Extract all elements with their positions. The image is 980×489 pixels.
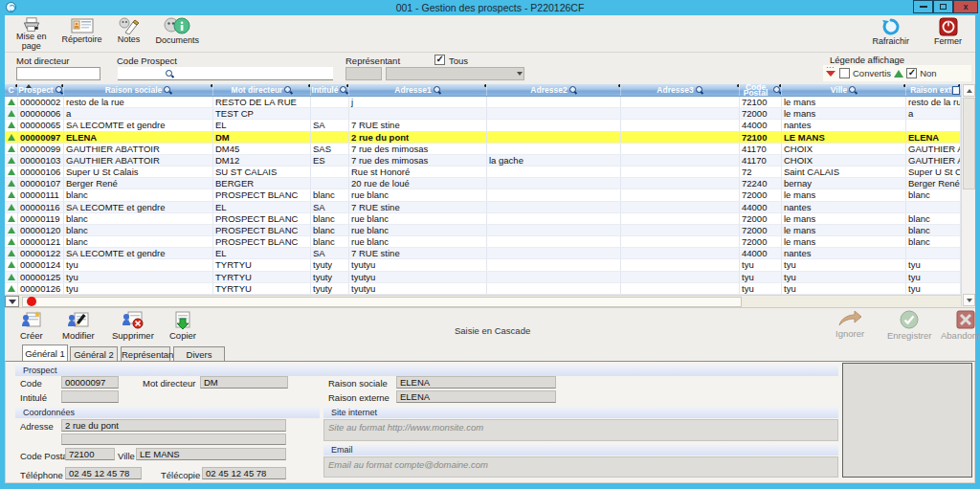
mot-directeur-filter-input[interactable]	[16, 67, 100, 80]
site-internet-field[interactable]	[323, 419, 838, 441]
table-row[interactable]: 00000124tyuTYRTYUtyutytyutyutyutyutyu	[5, 259, 961, 271]
ville-field[interactable]	[136, 448, 286, 460]
code-field[interactable]	[61, 376, 119, 389]
table-row[interactable]: 00000065SA LECOMTE et gendreELSA7 RUE st…	[5, 120, 961, 131]
rafraichir-button[interactable]: Rafraichir	[868, 15, 913, 52]
vertical-scroll-thumb[interactable]	[963, 98, 975, 189]
search-column-icon[interactable]	[569, 86, 577, 94]
column-header-adresse3[interactable]: Adresse3	[621, 84, 740, 96]
raison-externe-field[interactable]	[396, 390, 556, 403]
table-row[interactable]: 00000107Berger RenéBERGER20 rue de loué7…	[5, 178, 961, 189]
window-title: 001 - Gestion des prospects - P220126CF	[0, 2, 980, 13]
documents-button[interactable]: Documents	[152, 15, 204, 52]
enregistrer-button[interactable]: Enregistrer	[887, 310, 931, 341]
column-header-code-postal[interactable]: Code Postal	[740, 84, 782, 96]
scroll-down-button[interactable]	[963, 294, 975, 306]
raison-sociale-field[interactable]	[396, 376, 556, 389]
copier-button[interactable]: Copier	[169, 310, 196, 341]
search-column-icon[interactable]	[340, 86, 347, 94]
representant-code-field[interactable]	[345, 67, 382, 80]
abandonner-button[interactable]: Abandonner	[941, 310, 980, 341]
column-header-raison-sociale[interactable]: Raison sociale	[64, 84, 213, 96]
column-header-intitul[interactable]: Intitulé	[311, 84, 349, 96]
power-close-icon	[939, 17, 958, 36]
search-column-icon[interactable]	[696, 86, 703, 94]
delete-icon	[122, 310, 145, 329]
vertical-scrollbar[interactable]	[961, 84, 975, 306]
search-column-icon[interactable]	[284, 86, 292, 94]
email-field[interactable]	[323, 456, 838, 478]
modifier-button[interactable]: Modifier	[62, 310, 95, 341]
code-postal-field[interactable]	[65, 448, 115, 460]
fermer-button[interactable]: Fermer	[930, 15, 966, 52]
horizontal-scroll-thumb[interactable]	[22, 297, 742, 307]
table-row[interactable]: 00000006aTEST CP72000le mansa	[5, 108, 961, 120]
table-row[interactable]: 00000099GAUTHIER ABATTOIRDM45SAS7 rue de…	[5, 144, 961, 155]
creer-button[interactable]: Créer	[20, 310, 43, 341]
printer-icon	[21, 17, 42, 32]
table-row[interactable]: 00000121blancPROSPECT BLANCblancrue blan…	[5, 236, 961, 248]
prospect-status-icon	[8, 274, 15, 280]
column-header-ville[interactable]: Ville	[782, 84, 906, 96]
non-checkbox[interactable]	[906, 68, 917, 78]
table-row[interactable]: 00000120blancPROSPECT BLANCblancrue blan…	[5, 225, 961, 236]
telephone-field[interactable]	[65, 467, 142, 479]
prospect-status-icon	[8, 285, 15, 292]
column-header-mot-directeur[interactable]: Mot directeur	[213, 84, 311, 96]
column-header-prospect[interactable]: Prospect	[18, 84, 64, 96]
search-column-icon[interactable]	[849, 86, 857, 94]
legend-strip: Convertis Non	[823, 65, 971, 81]
tab-general-1[interactable]: Général 1	[22, 345, 68, 361]
prospect-status-icon	[8, 261, 15, 268]
table-row[interactable]: 00000111blancPROSPECT BLANCblancrue blan…	[5, 189, 961, 201]
table-filter-button[interactable]	[5, 296, 19, 307]
scroll-up-button[interactable]	[963, 84, 975, 97]
column-header-adresse2[interactable]: Adresse2	[487, 84, 621, 96]
table-row[interactable]: 00000116SA LECOMTE et gendreELSA7 RUE st…	[5, 202, 961, 213]
table-row[interactable]: 00000002resto de la rueRESTO DE LA RUEj7…	[5, 97, 961, 108]
repertoire-button[interactable]: Répertoire	[58, 15, 106, 52]
grid-columns: CProspectRaison socialeMot directeurInti…	[5, 84, 961, 97]
intitule-field[interactable]	[61, 390, 119, 403]
search-column-icon[interactable]	[164, 86, 171, 94]
code-prospect-filter-input[interactable]	[118, 67, 333, 80]
tab-representant[interactable]: Représentant	[121, 346, 170, 361]
tab-divers[interactable]: Divers	[173, 346, 225, 361]
tous-checkbox[interactable]	[434, 55, 445, 65]
adresse-label: Adresse	[20, 421, 54, 432]
save-check-icon	[900, 310, 919, 329]
mise-en-page-button[interactable]: Mise en page	[12, 15, 51, 52]
horizontal-scrollbar[interactable]	[5, 295, 961, 307]
ignorer-button[interactable]: Ignorer	[835, 310, 864, 339]
adresse-2-field[interactable]	[61, 433, 286, 445]
table-row[interactable]: 00000106Super U St CalaisSU ST CALAISRue…	[5, 167, 961, 178]
close-button[interactable]: x	[953, 0, 978, 13]
adresse-1-field[interactable]	[61, 419, 286, 432]
raison-sociale-label: Raison sociale	[328, 378, 388, 389]
table-row[interactable]: 00000125tyuTYRTYUtyutytyutyutyutyutyu	[5, 272, 961, 283]
column-header-c[interactable]: C	[5, 84, 18, 96]
column-chooser-icon[interactable]	[952, 86, 960, 95]
titlebar: 001 - Gestion des prospects - P220126CF …	[0, 0, 980, 15]
column-header-adresse1[interactable]: Adresse1	[349, 84, 487, 96]
search-column-icon[interactable]	[56, 86, 63, 94]
close-icon: x	[963, 3, 968, 11]
ignore-arrow-icon	[837, 310, 862, 327]
table-row[interactable]: 00000122SA LECOMTE et gendreELSA7 RUE st…	[5, 248, 961, 259]
convertis-checkbox[interactable]	[839, 68, 850, 78]
minimize-button[interactable]	[913, 0, 933, 13]
tab-general-2[interactable]: Général 2	[70, 346, 118, 361]
search-column-icon[interactable]	[773, 86, 781, 94]
supprimer-button[interactable]: Supprimer	[112, 310, 154, 341]
table-row[interactable]: 00000119blancPROSPECT BLANCblancrue blan…	[5, 213, 961, 225]
mot-directeur-field[interactable]	[200, 376, 288, 389]
maximize-button[interactable]	[933, 0, 953, 13]
notes-button[interactable]: Notes	[114, 15, 145, 52]
telecopie-field[interactable]	[202, 467, 286, 479]
table-row[interactable]: 00000126tyuTYRTYUtyutytyutyutyutyutyu	[5, 283, 961, 295]
representant-combobox[interactable]	[386, 67, 524, 80]
table-row[interactable]: 00000103GAUTHIER ABATTOIRDM12ES7 rue des…	[5, 155, 961, 167]
prospect-status-icon	[8, 204, 15, 211]
table-row[interactable]: 00000097ELENADM2 rue du pont72100LE MANS…	[5, 132, 961, 144]
search-column-icon[interactable]	[434, 86, 441, 94]
